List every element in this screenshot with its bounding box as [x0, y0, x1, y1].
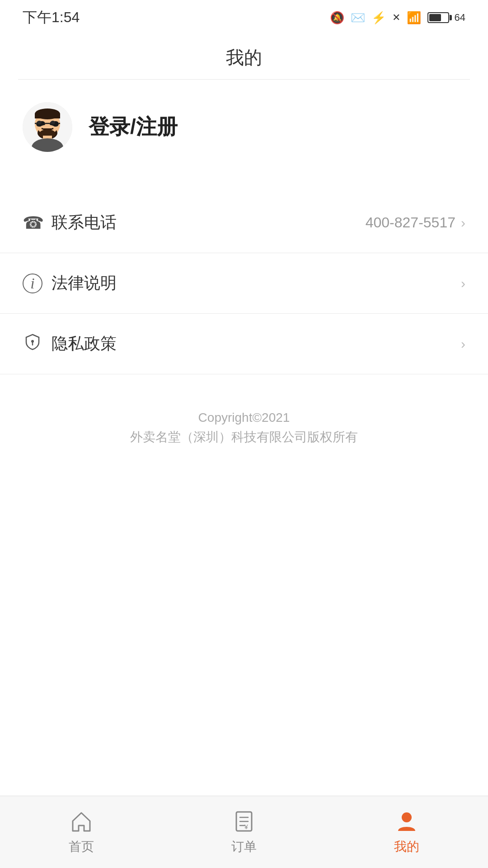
copyright-section: Copyright©2021 外卖名堂（深圳）科技有限公司版权所有	[0, 374, 488, 464]
nav-mine-label: 我的	[394, 838, 419, 855]
login-register-text[interactable]: 登录/注册	[89, 113, 178, 141]
legal-right: ›	[461, 276, 465, 291]
nav-mine[interactable]: 我的	[325, 809, 488, 855]
legal-item[interactable]: i 法律说明 ›	[0, 253, 488, 314]
contact-phone-right: 400-827-5517 ›	[366, 214, 465, 231]
contact-phone-item[interactable]: ☎ 联系电话 400-827-5517 ›	[0, 193, 488, 253]
page-title-section: 我的	[0, 32, 488, 79]
person-icon	[394, 809, 419, 834]
bottom-nav: 首页 ¥ 订单 我的	[0, 796, 488, 868]
avatar-image	[23, 102, 72, 152]
status-icons: 🔕 ✉️ ⚡ ✕ 📶 64	[330, 11, 465, 25]
info-circle-icon: i	[23, 274, 42, 293]
privacy-right: ›	[461, 336, 465, 352]
status-time: 下午1:54	[23, 8, 80, 28]
flash-icon: ⚡	[371, 11, 386, 25]
svg-text:¥: ¥	[244, 823, 248, 830]
mute-icon: 🔕	[330, 11, 344, 25]
contact-phone-value: 400-827-5517	[366, 214, 455, 231]
wifi-icon: 📶	[407, 11, 421, 25]
home-icon	[69, 809, 94, 834]
legal-left: i 法律说明	[23, 272, 117, 294]
chevron-right-icon-2: ›	[461, 276, 465, 291]
shield-icon	[23, 333, 42, 354]
chevron-right-icon-3: ›	[461, 336, 465, 352]
nav-home-label: 首页	[69, 838, 94, 855]
privacy-item[interactable]: 隐私政策 ›	[0, 314, 488, 374]
legal-label: 法律说明	[52, 272, 117, 294]
copyright-line2: 外卖名堂（深圳）科技有限公司版权所有	[18, 429, 470, 446]
avatar[interactable]	[23, 102, 72, 152]
nav-home[interactable]: 首页	[0, 809, 163, 855]
copyright-line1: Copyright©2021	[18, 410, 470, 425]
menu-list: ☎ 联系电话 400-827-5517 › i 法律说明 › 隐私政策	[0, 193, 488, 374]
status-bar: 下午1:54 🔕 ✉️ ⚡ ✕ 📶 64	[0, 0, 488, 32]
battery-indicator: 64	[427, 12, 465, 24]
privacy-label: 隐私政策	[52, 333, 117, 355]
order-icon: ¥	[232, 809, 256, 834]
svg-rect-3	[35, 114, 60, 118]
nav-order[interactable]: ¥ 订单	[163, 809, 325, 855]
svg-point-10	[51, 121, 55, 124]
contact-phone-left: ☎ 联系电话	[23, 212, 117, 234]
battery-x-icon: ✕	[392, 12, 400, 24]
svg-point-9	[37, 121, 42, 124]
contact-phone-label: 联系电话	[52, 212, 117, 234]
profile-section[interactable]: 登录/注册	[0, 80, 488, 175]
privacy-left: 隐私政策	[23, 333, 117, 355]
nav-order-label: 订单	[231, 838, 257, 855]
battery-level: 64	[455, 12, 465, 24]
page-title: 我的	[0, 45, 488, 70]
phone-icon: ☎	[23, 213, 42, 233]
chevron-right-icon: ›	[461, 215, 465, 231]
svg-point-23	[402, 812, 412, 822]
mail-icon: ✉️	[351, 11, 365, 25]
